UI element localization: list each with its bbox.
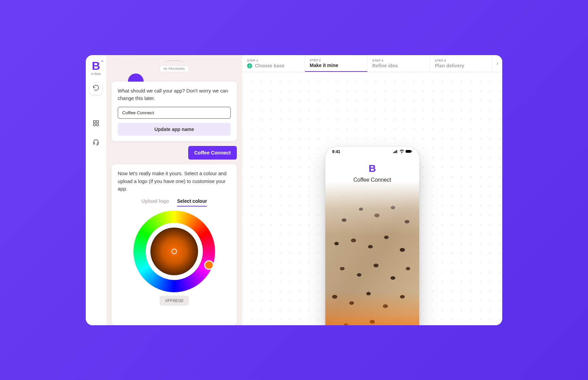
tab-select-colour[interactable]: Select colour <box>177 198 207 206</box>
wifi-icon <box>399 150 404 154</box>
battery-icon <box>406 150 412 154</box>
tab-upload-logo[interactable]: Upload logo <box>142 198 169 206</box>
chat-panel: IN TRAINING What should we call your app… <box>106 55 242 325</box>
app-name-input[interactable] <box>118 107 231 119</box>
colour-picker-handle[interactable] <box>172 249 177 254</box>
update-app-name-button[interactable]: Update app name <box>118 123 231 136</box>
customise-tabs: Upload logo Select colour <box>118 198 231 206</box>
svg-rect-2 <box>94 123 96 126</box>
phone-time: 9:41 <box>332 149 340 154</box>
step-num: STEP 2 <box>310 59 362 62</box>
undo-icon <box>93 84 99 93</box>
step-refine-idea[interactable]: STEP 3 Refine idea <box>368 55 430 72</box>
svg-rect-5 <box>97 142 98 144</box>
undo-button[interactable] <box>90 82 102 95</box>
svg-rect-1 <box>97 120 99 122</box>
step-num: STEP 1 <box>247 59 300 62</box>
step-label-text: Make it mine <box>310 63 338 68</box>
step-label-text: Refine idea <box>372 63 398 68</box>
headset-icon <box>93 139 99 147</box>
svg-rect-9 <box>396 150 397 153</box>
preview-canvas[interactable]: 9:41 B Coffee Con <box>242 72 502 325</box>
svg-rect-7 <box>394 151 395 153</box>
brand-logo-letter: B <box>91 60 101 71</box>
main-area: STEP 1 ✓ Choose base STEP 2 Make it mine… <box>242 55 502 325</box>
customise-text: Now let's really make it yours. Select a… <box>118 170 231 193</box>
step-choose-base[interactable]: STEP 1 ✓ Choose base <box>242 55 305 72</box>
colour-saturation-circle[interactable] <box>150 228 198 275</box>
phone-app-title: Coffee Connect <box>354 177 391 183</box>
sidebar: B In Beta <box>86 55 106 325</box>
step-plan-delivery[interactable]: STEP 4 Plan delivery <box>430 55 493 72</box>
grid-icon <box>93 120 99 128</box>
training-badge: IN TRAINING <box>160 65 189 72</box>
step-num: STEP 4 <box>435 59 488 62</box>
brand-logo: B In Beta <box>91 60 101 76</box>
svg-rect-0 <box>94 120 96 122</box>
hue-handle[interactable] <box>204 260 214 270</box>
user-reply-row: Coffee Connect <box>112 146 237 160</box>
steps-bar: STEP 1 ✓ Choose base STEP 2 Make it mine… <box>242 55 502 72</box>
signal-icon <box>393 150 398 154</box>
svg-rect-3 <box>97 123 99 126</box>
support-button[interactable] <box>90 137 102 149</box>
step-make-it-mine[interactable]: STEP 2 Make it mine <box>305 55 368 72</box>
svg-rect-11 <box>411 151 412 152</box>
apps-grid-button[interactable] <box>90 118 102 130</box>
phone-status-bar: 9:41 <box>325 147 419 156</box>
colour-wheel[interactable] <box>133 211 215 292</box>
steps-next-chevron[interactable]: › <box>493 55 502 72</box>
customise-card: Now let's really make it yours. Select a… <box>112 164 237 325</box>
check-icon: ✓ <box>247 63 252 68</box>
app-window: B In Beta IN TRAINING <box>86 55 502 325</box>
svg-rect-4 <box>94 142 95 144</box>
collapse-handle[interactable] <box>167 61 181 63</box>
user-reply-pill: Coffee Connect <box>188 146 237 160</box>
phone-status-icons <box>393 150 412 154</box>
step-num: STEP 3 <box>372 59 425 62</box>
svg-rect-6 <box>393 152 394 153</box>
svg-rect-10 <box>406 150 411 153</box>
prompt-text: What should we call your app? Don't worr… <box>118 87 231 102</box>
chevron-right-icon: › <box>496 60 499 67</box>
phone-app-logo: B <box>369 163 376 174</box>
hex-value-display: #FF6E00 <box>160 296 189 305</box>
brand-logo-subtitle: In Beta <box>91 72 101 76</box>
phone-preview: 9:41 B Coffee Con <box>325 147 419 325</box>
step-label-text: Plan delivery <box>435 63 464 68</box>
step-label-text: Choose base <box>255 63 284 68</box>
prompt-card-name: What should we call your app? Don't worr… <box>112 82 237 142</box>
phone-splash-image <box>325 181 419 325</box>
svg-rect-8 <box>395 151 396 153</box>
